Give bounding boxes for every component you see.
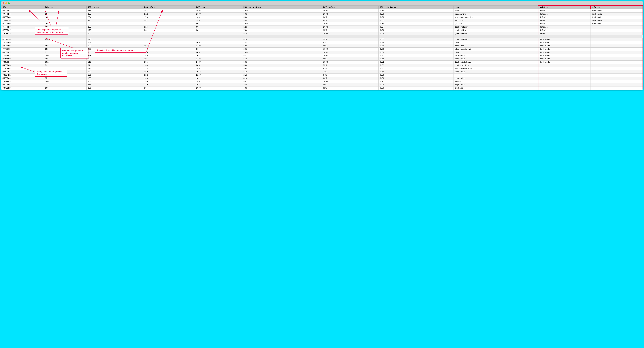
- table-cell: yellow: [454, 22, 538, 25]
- table-cell: 255: [143, 80, 195, 83]
- table-cell: 255: [86, 25, 143, 29]
- table-cell: 355°: [195, 19, 242, 22]
- table-cell: 160: [86, 41, 143, 44]
- table-cell: 255: [86, 12, 143, 16]
- header-row: HEX RGB_red RGB__green RGB__blue HSV__hu…: [1, 5, 643, 9]
- table-cell: 173: [86, 29, 143, 32]
- table-row: #6A5ACD10690205248°56%80%0.58slateblueda…: [1, 57, 643, 60]
- table-cell: 28%: [242, 41, 322, 44]
- table-cell: 0.52: [378, 19, 454, 22]
- table-cell: 53: [143, 29, 195, 32]
- table-cell: 12%: [242, 25, 322, 29]
- maximize-button[interactable]: [8, 2, 10, 4]
- table-cell: #F0FFFF: [1, 80, 44, 83]
- col-header-name: name: [454, 5, 538, 9]
- table-cell: 0.60: [378, 29, 454, 32]
- table-cell: 95%: [322, 29, 378, 32]
- table-cell: [195, 32, 242, 35]
- table-cell: aquamarine: [454, 12, 538, 16]
- table-cell: 0.58: [378, 57, 454, 60]
- table-cell: [86, 22, 143, 25]
- table-row: #7FFFD412255212160°50%100%0.75aquamarine…: [1, 12, 643, 16]
- table-cell: 132: [44, 60, 86, 64]
- table-cell: #87CEEB: [1, 86, 44, 90]
- table-cell: 153: [44, 44, 86, 47]
- table-cell: 25%: [242, 83, 322, 86]
- table-cell: 72: [44, 64, 86, 67]
- table-cell: 0.50: [378, 22, 454, 25]
- table-cell: slateblue: [454, 57, 538, 60]
- table-cell: 160: [143, 77, 195, 80]
- table-cell: [590, 70, 643, 73]
- table-cell: 212: [143, 12, 195, 16]
- table-cell: 180°: [195, 9, 242, 12]
- table-cell: dark mode: [590, 16, 643, 19]
- table-cell: 0.90: [378, 47, 454, 51]
- table-cell: [143, 38, 195, 41]
- table-cell: 87%: [322, 41, 378, 44]
- table-cell: 0.49: [378, 70, 454, 73]
- table-cell: 80%: [322, 16, 378, 19]
- table-cell: 207°: [195, 70, 242, 73]
- table-cell: 6%: [242, 54, 322, 57]
- table-cell: 82%: [242, 32, 322, 35]
- table-cell: [143, 22, 195, 25]
- table-row: #483D8B7261139248°56%55%0.39darkslateblu…: [1, 64, 643, 67]
- table-cell: 173: [86, 38, 143, 41]
- table-cell: 80%: [322, 57, 378, 60]
- close-button[interactable]: [3, 2, 4, 4]
- table-cell: 270°: [195, 44, 242, 47]
- table-cell: [590, 41, 643, 44]
- table-row: #F2B73F2421735338°78%95%0.60darkyellowde…: [1, 29, 643, 32]
- table-cell: 12: [44, 12, 86, 16]
- table-cell: 100%: [322, 32, 378, 35]
- table-cell: #ADD8E6: [1, 83, 44, 86]
- table-cell: 255: [44, 22, 86, 25]
- table-cell: dark mode: [590, 22, 643, 25]
- table-cell: #6A5ACD: [1, 57, 44, 60]
- table-cell: 56%: [242, 67, 322, 70]
- table-cell: [590, 25, 643, 29]
- table-cell: 38: [86, 19, 143, 22]
- table-cell: #66CDAA: [1, 16, 44, 19]
- table-cell: default: [538, 22, 590, 25]
- table-cell: [538, 67, 590, 70]
- table-row: #FFFFE025525522460°12%100%0.94lightyello…: [1, 25, 643, 29]
- table-cell: [590, 32, 643, 35]
- table-cell: [195, 38, 242, 41]
- table-cell: 0.60: [378, 44, 454, 47]
- table-cell: 100%: [242, 9, 322, 12]
- table-cell: dark mode: [538, 44, 590, 47]
- table-cell: default: [538, 32, 590, 35]
- table-cell: dark mode: [538, 38, 590, 41]
- titlebar: [1, 1, 643, 5]
- annotation-numbers: Numbers will generatenumber as outputnot…: [60, 48, 88, 58]
- table-cell: default: [538, 29, 590, 32]
- table-cell: 248°: [195, 64, 242, 67]
- table-cell: 0.59: [378, 32, 454, 35]
- table-cell: 173: [44, 83, 86, 86]
- table-cell: 0.94: [378, 25, 454, 29]
- table-cell: 83%: [242, 19, 322, 22]
- table-cell: [590, 54, 643, 57]
- table-cell: dark mode: [590, 9, 643, 12]
- table-row: #ADD8E6173216230195°25%90%0.79lightblue: [1, 83, 643, 86]
- table-row: #87CEEB135206235197°43%92%0.73skyblue: [1, 86, 643, 90]
- col-header-hue: HSV__hue: [195, 5, 242, 9]
- table-cell: 81%: [242, 38, 322, 41]
- table-cell: [590, 64, 643, 67]
- table-cell: 71%: [322, 70, 378, 73]
- table-cell: 195°: [195, 83, 242, 86]
- minimize-button[interactable]: [5, 2, 7, 4]
- table-cell: 61: [86, 64, 143, 67]
- table-cell: #E32636: [1, 19, 44, 22]
- table-cell: 248°: [195, 57, 242, 60]
- table-cell: #9966CC: [1, 44, 44, 47]
- table-cell: 0.75: [378, 12, 454, 16]
- table-cell: 100%: [322, 60, 378, 64]
- table-row: #E326362273854355°83%89%0.52alizarindefa…: [1, 19, 643, 22]
- table-cell: aliceblue: [454, 54, 538, 57]
- table-cell: 36°: [195, 47, 242, 51]
- table-cell: #DDA0DD: [1, 41, 44, 44]
- table-cell: 0.50: [378, 77, 454, 80]
